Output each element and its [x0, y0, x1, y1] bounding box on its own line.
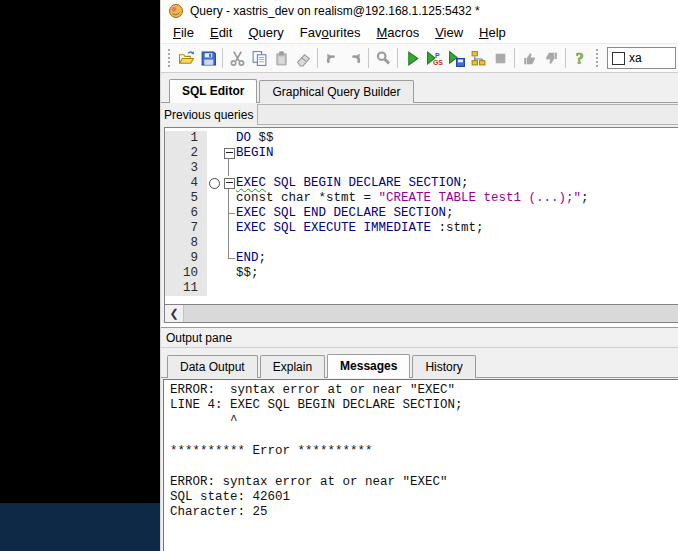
- code-line: 7EXEC SQL EXECUTE IMMEDIATE :stmt;: [165, 221, 678, 236]
- fold-margin: [222, 191, 236, 206]
- paste-button[interactable]: [270, 46, 292, 70]
- execute-pgscript-button[interactable]: P GS: [423, 46, 445, 70]
- fold-margin: [222, 206, 236, 221]
- play-pgscript-icon: P GS: [426, 50, 443, 67]
- code-line: 8: [165, 236, 678, 251]
- line-number: 6: [165, 206, 207, 221]
- output-tab-history[interactable]: History: [412, 355, 475, 378]
- menu-item-macros[interactable]: Macros: [369, 23, 428, 42]
- marker-margin: [207, 281, 222, 296]
- rollback-transaction-button[interactable]: [540, 46, 562, 70]
- sql-editor-page: 1DO $$2BEGIN34EXEC SQL BEGIN DECLARE SEC…: [161, 126, 678, 323]
- code-line: 10$$;: [165, 266, 678, 281]
- marker-margin: [207, 251, 222, 266]
- output-tab-messages[interactable]: Messages: [327, 354, 410, 378]
- fold-margin: [222, 281, 236, 296]
- play-icon: [404, 50, 421, 67]
- tab-graphical-query-builder[interactable]: Graphical Query Builder: [259, 80, 413, 103]
- connection-combo-text: xa: [629, 51, 642, 65]
- marker-margin: [207, 191, 222, 206]
- fold-margin: [222, 266, 236, 281]
- output-pane-caption-text: Output pane: [166, 331, 232, 345]
- execute-to-file-button[interactable]: [445, 46, 467, 70]
- connection-color-swatch: [612, 52, 625, 65]
- redo-button[interactable]: [343, 46, 365, 70]
- previous-queries-row: Previous queries: [161, 103, 678, 126]
- code-line: 6EXEC SQL END DECLARE SECTION;: [165, 206, 678, 221]
- explain-query-button[interactable]: [467, 46, 489, 70]
- line-number: 9: [165, 251, 207, 266]
- line-number: 1: [165, 131, 207, 146]
- toolbar-gripper[interactable]: [596, 49, 598, 67]
- output-pane-caption[interactable]: Output pane: [161, 327, 678, 348]
- help-question-icon: ?: [572, 50, 589, 67]
- fold-margin: [222, 161, 236, 176]
- code-lines: 1DO $$2BEGIN34EXEC SQL BEGIN DECLARE SEC…: [165, 131, 678, 296]
- copy-icon: [251, 50, 268, 67]
- previous-queries-combobox[interactable]: [257, 104, 678, 125]
- editor-horizontal-scrollbar[interactable]: ❮: [164, 305, 678, 323]
- menu-item-query[interactable]: Query: [240, 23, 291, 42]
- pgadmin-app-icon: [168, 3, 184, 19]
- output-tab-data-output[interactable]: Data Output: [167, 355, 258, 378]
- fold-margin: [222, 176, 236, 191]
- code-line: 4EXEC SQL BEGIN DECLARE SECTION;: [165, 176, 678, 191]
- toolbar-gripper[interactable]: [168, 49, 170, 67]
- play-to-file-icon: [448, 50, 465, 67]
- scroll-left-arrow[interactable]: ❮: [165, 305, 184, 322]
- code-text: $$;: [236, 266, 259, 281]
- fold-collapse-icon[interactable]: [224, 148, 235, 159]
- code-line: 2BEGIN: [165, 146, 678, 161]
- query-tool-window: Query - xastris_dev on realism@192.168.1…: [160, 0, 678, 551]
- tab-sql-editor[interactable]: SQL Editor: [169, 79, 257, 103]
- thumb-down-icon: [543, 50, 560, 67]
- save-button[interactable]: [197, 46, 219, 70]
- code-text: BEGIN: [236, 146, 274, 161]
- code-line: 9END;: [165, 251, 678, 266]
- toolbar-separator: [514, 48, 515, 68]
- line-number: 4: [165, 176, 207, 191]
- output-tab-explain[interactable]: Explain: [260, 355, 325, 378]
- open-file-button[interactable]: [175, 46, 197, 70]
- find-replace-button[interactable]: [372, 46, 394, 70]
- menu-bar: FileEditQueryFavouritesMacrosViewHelp: [161, 22, 678, 43]
- toolbar-separator: [397, 48, 398, 68]
- connection-combobox[interactable]: xa: [607, 47, 676, 69]
- menu-item-edit[interactable]: Edit: [202, 23, 240, 42]
- messages-textarea[interactable]: ERROR: syntax error at or near "EXEC" LI…: [163, 379, 678, 551]
- menu-item-file[interactable]: File: [165, 23, 202, 42]
- code-text: END;: [236, 251, 266, 266]
- copy-button[interactable]: [248, 46, 270, 70]
- messages-text: ERROR: syntax error at or near "EXEC" LI…: [164, 380, 678, 524]
- line-number: 7: [165, 221, 207, 236]
- line-number: 10: [165, 266, 207, 281]
- output-tab-strip: Data OutputExplainMessagesHistory: [161, 348, 678, 378]
- fold-margin: [222, 251, 236, 266]
- cut-button[interactable]: [226, 46, 248, 70]
- error-marker-icon: [209, 178, 220, 189]
- line-number: 2: [165, 146, 207, 161]
- fold-collapse-icon[interactable]: [224, 178, 235, 189]
- marker-margin: [207, 161, 222, 176]
- title-bar[interactable]: Query - xastris_dev on realism@192.168.1…: [161, 0, 678, 22]
- toolbar-separator: [565, 48, 566, 68]
- svg-text:P: P: [435, 51, 440, 58]
- undo-button[interactable]: [321, 46, 343, 70]
- menu-item-help[interactable]: Help: [471, 23, 514, 42]
- commit-transaction-button[interactable]: [518, 46, 540, 70]
- toolbar-separator: [368, 48, 369, 68]
- code-text: EXEC SQL BEGIN DECLARE SECTION;: [236, 176, 469, 191]
- clear-window-button[interactable]: [292, 46, 314, 70]
- menu-item-view[interactable]: View: [427, 23, 471, 42]
- fold-margin: [222, 131, 236, 146]
- line-number: 3: [165, 161, 207, 176]
- menu-item-favourites[interactable]: Favourites: [292, 23, 369, 42]
- cancel-query-button[interactable]: [489, 46, 511, 70]
- help-button[interactable]: ?: [569, 46, 591, 70]
- sql-code-editor[interactable]: 1DO $$2BEGIN34EXEC SQL BEGIN DECLARE SEC…: [164, 127, 678, 305]
- code-text: DO $$: [236, 131, 274, 146]
- fold-margin: [222, 146, 236, 161]
- execute-query-button[interactable]: [401, 46, 423, 70]
- svg-text:?: ?: [575, 50, 583, 67]
- marker-margin: [207, 236, 222, 251]
